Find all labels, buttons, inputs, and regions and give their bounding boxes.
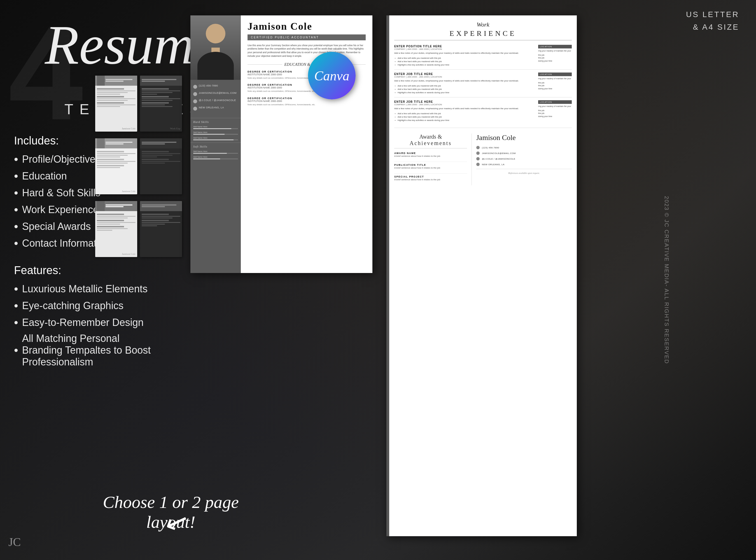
job-bullet-2b: Add a few hard skills you mastered with … [394,88,535,91]
list-item: Luxurious Metallic Elements [14,282,162,296]
copyright-text: 2023 © JC CREATIVE MEDIA- ALL RIGHTS RES… [663,196,670,364]
work-section-script: Work [394,21,572,28]
job-meta-1: COMPANY | JAN 2000 - JAN 2000 | LOCATION [394,48,535,51]
resume-summary: Use this area for your Summary Section w… [247,44,366,58]
skill-bar-1: Skill Name Here [191,126,241,129]
job-bullet-3c: Highlight a few key activities or awards… [394,119,535,122]
resume-photo [191,15,241,80]
thumbnail-row-1: Jamison Cole Work Exp [95,76,182,132]
job-desc-3: Add a few notes of your duties, emphasiz… [394,107,535,110]
sidebar-contact: (123) 456-7890 JAMISONCOLE@EMAIL.COM @J.… [191,80,241,118]
job-desc-2: Add a few notes of your duties, emphasiz… [394,79,535,83]
awards-title-script: Awards & [394,134,467,140]
template-thumbnails: Jamison Cole Work Exp [95,76,182,257]
card-phone-icon [476,146,480,149]
resume-name: Jamison Cole [247,21,366,32]
skill-bar-3: Skill Name Here [191,137,241,140]
job-title-1: ENTER POSITION TITLE HERE [394,45,535,48]
resume-title: CERTIFIED PUBLIC ACCOUNTANT [251,36,362,39]
list-item: Easy-to-Remember Design [14,316,162,329]
resume-page-1: (123) 456-7890 JAMISONCOLE@EMAIL.COM @J.… [191,15,372,273]
job-title-3: ENTER JOB TITLE HERE [394,100,535,103]
soft-skill-bar-1: Skill Name Here [191,151,241,154]
email-icon [193,92,197,96]
job-title-2: ENTER JOB TITLE HERE [394,73,535,76]
list-item: All Matching Personal Branding Tempaltes… [14,333,162,368]
card-email-icon [476,152,480,155]
award-1: AWARD NAME A brief sentence about how it… [394,152,467,158]
award-3: SPECIAL PROJECT A brief sentence about h… [394,175,467,181]
resume-main-content: Jamison Cole CERTIFIED PUBLIC ACCOUNTANT… [241,15,372,273]
thumbnail-4[interactable] [140,138,182,194]
education-item-3: DEGREE OR CERTIFICATION INSTITUTION NAME… [247,97,366,106]
soft-skills-header: Soft Skills [191,142,241,151]
contact-phone: (123) 456-7890 [193,84,238,89]
person-body [197,52,234,80]
job-bullet-2c: Highlight a few key activities or awards… [394,91,535,94]
size-badge: US LETTER & A4 SIZE [686,8,739,34]
thumbnail-row-2: Jamison Cole [95,138,182,194]
features-title: Features: [14,264,162,277]
job-bullet-3a: Add a few soft skills you mastered with … [394,112,535,115]
phone-icon [193,85,197,89]
card-divider [476,169,572,169]
thumbnail-row-3: Jamison Cole [95,201,182,257]
contact-location: NEW ORLEANS, LA [193,106,238,111]
page2-sidebar [386,15,389,536]
job-bullet-1b: Add a few hard skills you mastered with … [394,60,535,63]
card-location: NEW ORLEANS, LA [482,163,504,166]
thumbnail-2[interactable]: Work Exp [140,76,182,132]
features-list: Luxurious Metallic Elements Eye-catching… [14,282,162,368]
job-meta-3: COMPANY | JAN 2000 - JAN 2000 | LOCATION [394,103,535,106]
resume-title-bar: CERTIFIED PUBLIC ACCOUNTANT [247,35,366,40]
job-bullet-1a: Add a few soft skills you mastered with … [394,57,535,60]
job-meta-2: COMPANY | JAN 2000 - JAN 2000 | LOCATION [394,76,535,78]
thumbnail-6[interactable] [140,201,182,257]
location-icon [193,107,197,111]
card-phone: (123) 456-7890 [482,146,499,149]
soft-skill-bar-2: Skill Name Here [191,156,241,159]
card-email: JAMISONCOLE@EMAIL.COM [482,152,516,155]
card-social: @J.COLE / @JAMISONCOLE [482,158,515,160]
social-icon [193,99,197,103]
list-item: Eye-catching Graphics [14,299,162,313]
canva-badge[interactable]: Canva [308,52,356,99]
job-bullet-2a: Add a few soft skills you mastered with … [394,84,535,88]
resume-preview-container: (123) 456-7890 JAMISONCOLE@EMAIL.COM @J.… [191,15,571,547]
contact-email: JAMISONCOLE@EMAIL.COM [193,92,238,96]
contact-name-card: Jamison Cole [476,134,572,142]
references-text: References available upon request. [476,172,572,175]
skill-bar-2: Skill Name Here [191,131,241,135]
resume-page-2: Work EXPERIENCE ENTER POSITION TITLE HER… [386,15,577,536]
work-section-caps: EXPERIENCE [394,29,572,40]
skills-header: Hard Skills [191,118,241,126]
contact-social: @J.COLE / @JAMISONCOLE [193,99,238,103]
award-2: PUBLICATION TITLE A brief sentence about… [394,163,467,169]
jc-logo: JC [8,535,21,549]
thumbnail-5[interactable]: Jamison Cole [95,201,137,257]
person-head [206,24,225,43]
job-bullet-3b: Add a few hard skills you mastered with … [394,115,535,119]
job-bullet-1c: Highlight a few key activities or awards… [394,63,535,67]
thumbnail-3[interactable]: Jamison Cole [95,138,137,194]
resume-sidebar: (123) 456-7890 JAMISONCOLE@EMAIL.COM @J.… [191,15,241,273]
card-social-icon [476,157,480,160]
page2-content: Work EXPERIENCE ENTER POSITION TITLE HER… [389,15,577,196]
card-location-icon [476,163,480,166]
canva-badge-text: Canva [314,68,349,83]
job-desc-1: Add a few notes of your duties, emphasiz… [394,52,535,55]
awards-title-caps: Achievements [394,140,467,148]
thumbnail-1[interactable]: Jamison Cole [95,76,137,132]
